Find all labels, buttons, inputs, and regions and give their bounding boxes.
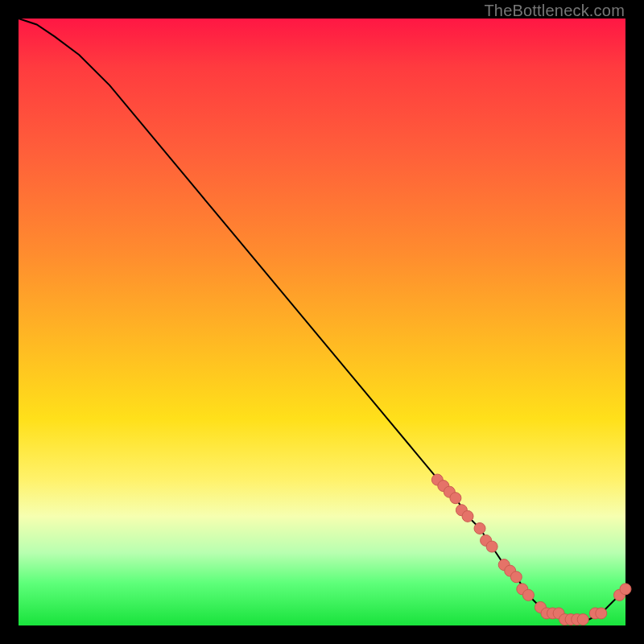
chart-frame: TheBottleneck.com bbox=[0, 0, 644, 644]
marker-point bbox=[522, 589, 534, 601]
marker-point bbox=[450, 493, 461, 504]
plot-area bbox=[19, 19, 625, 625]
marker-point bbox=[462, 510, 473, 522]
chart-overlay bbox=[19, 19, 625, 625]
marker-point bbox=[620, 584, 631, 595]
curve-markers bbox=[431, 474, 631, 625]
marker-point bbox=[474, 522, 485, 534]
watermark-text: TheBottleneck.com bbox=[484, 2, 625, 20]
marker-point bbox=[577, 614, 588, 625]
bottleneck-curve bbox=[19, 19, 625, 620]
marker-point bbox=[596, 608, 607, 619]
marker-point bbox=[486, 541, 497, 552]
marker-point bbox=[510, 572, 522, 583]
